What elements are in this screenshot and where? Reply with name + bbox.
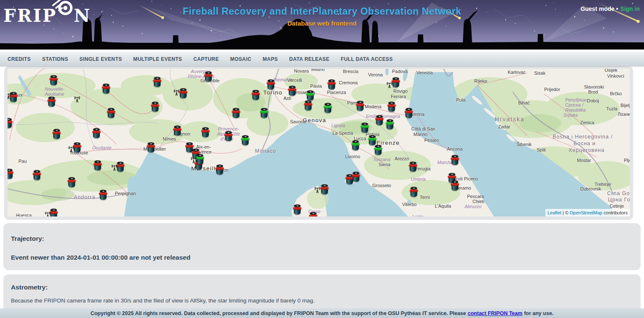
page-subtitle: Database web frontend [0,20,644,27]
station-marker-red[interactable] [224,131,233,142]
footer-text-after: for any use. [524,310,553,316]
station-marker-red[interactable] [92,128,101,139]
station-marker-green[interactable] [241,136,249,146]
guest-mode-label: Guest mode • [581,5,618,12]
page-title: Fireball Recovery and InterPlanetary Obs… [0,6,644,17]
nav-item-mosaic[interactable]: MOSAIC [230,56,251,62]
trajectory-message: Event newer than 2024-01-01 00:00:00 are… [11,254,633,261]
antenna-icon[interactable] [8,93,12,99]
station-marker-red[interactable] [102,84,110,94]
antenna-icon[interactable] [173,89,180,96]
station-marker-red[interactable] [8,118,13,129]
station-marker-green[interactable] [386,120,394,130]
nav-item-maps[interactable]: MAPS [262,56,278,62]
nav-item-full-data-access[interactable]: FULL DATA ACCESS [341,56,393,62]
station-marker-red[interactable] [33,170,41,181]
nav-item-data-release[interactable]: DATA RELEASE [289,56,330,62]
nav-item-credits[interactable]: CREDITS [8,56,31,62]
station-marker-red[interactable] [47,97,56,107]
station-marker-red[interactable] [204,72,213,82]
station-marker-red[interactable] [375,115,384,126]
station-marker-red[interactable] [201,128,210,138]
header-banner: FRIPN Fireball Recovery and InterPlaneta… [0,0,644,50]
nav-item-single-events[interactable]: SINGLE EVENTS [80,56,122,62]
footer-bar: Copyright © 2025 All rights reserved. Da… [0,308,644,318]
station-marker-green[interactable] [361,123,369,133]
station-marker-red[interactable] [107,108,115,119]
station-marker-red[interactable] [147,143,155,153]
fripon-logo[interactable]: FRIPN [3,3,91,29]
antenna-icon[interactable] [190,157,197,164]
leaflet-link[interactable]: Leaflet [548,210,561,215]
station-marker-red[interactable] [293,205,301,215]
astrometry-heading: Astrometry: [11,284,633,291]
station-marker-red[interactable] [151,102,159,112]
station-marker-green[interactable] [260,108,268,119]
station-marker-red[interactable] [252,90,260,101]
antenna-icon[interactable] [68,146,75,153]
station-marker-red[interactable] [68,177,76,188]
station-marker-red[interactable] [410,187,418,198]
station-marker-red[interactable] [232,108,240,119]
nav-item-multiple-events[interactable]: MULTIPLE EVENTS [133,56,182,62]
trajectory-heading: Trajectory: [11,235,633,242]
station-marker-red[interactable] [309,212,317,216]
logo-text-right: N [74,5,91,26]
attribution-suffix: contributors [602,210,628,215]
map-attribution: Leaflet | © OpenStreetMap contributors [545,209,630,216]
station-marker-red[interactable] [451,181,459,191]
station-marker-red[interactable] [320,185,329,195]
station-marker-red[interactable] [392,78,400,88]
station-marker-green[interactable] [324,103,332,114]
station-marker-red[interactable] [356,101,364,112]
station-marker-red[interactable] [153,77,161,88]
station-marker-red[interactable] [8,169,13,180]
station-marker-green[interactable] [306,91,314,101]
station-marker-green[interactable] [351,141,360,151]
station-marker-red[interactable] [216,165,224,175]
station-marker-red[interactable] [451,155,459,166]
map-panel: Auvergne-Rhône-AlpesNouvelle-AquitaineOc… [4,66,633,220]
antenna-icon[interactable] [111,164,118,171]
leaflet-map[interactable]: Auvergne-Rhône-AlpesNouvelle-AquitaineOc… [8,69,630,216]
sign-in-link[interactable]: Sign in [620,5,640,12]
station-marker-red[interactable] [387,102,396,112]
station-marker-red[interactable] [352,172,360,182]
antenna-icon[interactable] [44,211,51,216]
station-marker-red[interactable] [409,162,417,172]
station-marker-green[interactable] [196,154,204,165]
station-marker-red[interactable] [327,80,336,90]
antenna-icon[interactable] [314,187,321,193]
antenna-icon[interactable] [386,82,393,89]
contact-fripon-team-link[interactable]: contact FRIPON Team [468,310,522,316]
station-marker-red[interactable] [173,126,182,136]
station-marker-red[interactable] [93,161,102,171]
astrometry-body: Because the FRIPON camera frame rate in … [11,297,633,304]
antenna-icon[interactable] [74,96,80,103]
station-marker-red[interactable] [52,129,61,140]
openstreetmap-link[interactable]: OpenStreetMap [570,210,602,215]
station-marker-red[interactable] [304,101,312,111]
session-status: Guest mode •Sign in [581,5,640,12]
station-marker-red[interactable] [288,86,296,96]
station-marker-red[interactable] [179,89,187,99]
trajectory-section: Trajectory: Event newer than 2024-01-01 … [3,223,641,270]
station-marker-green[interactable] [374,145,382,156]
main-nav: CREDITSSTATIONSSINGLE EVENTSMULTIPLE EVE… [0,52,644,66]
attribution-separator: | © [561,210,570,215]
station-marker-red[interactable] [405,108,413,119]
station-marker-red[interactable] [267,80,275,90]
footer-text-before: Copyright © 2025 All rights reserved. Da… [91,310,466,316]
station-marker-red[interactable] [49,76,58,86]
station-marker-green[interactable] [368,136,377,146]
nav-item-stations[interactable]: STATIONS [42,56,68,62]
nav-item-capture[interactable]: CAPTURE [193,56,219,62]
station-marker-red[interactable] [99,190,107,201]
meteor-trail-icon [49,1,65,13]
